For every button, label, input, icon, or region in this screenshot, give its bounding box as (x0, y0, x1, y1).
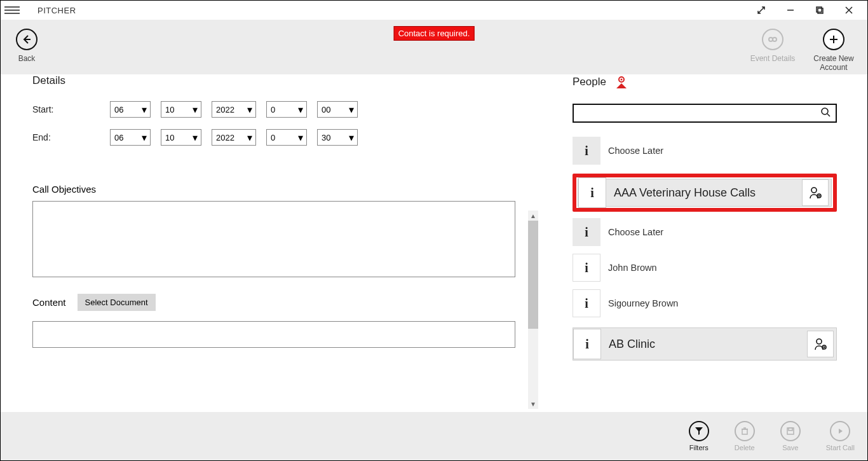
minimize-icon[interactable] (776, 1, 805, 20)
account-row[interactable]: i AB Clinic (573, 327, 837, 361)
add-person-button[interactable] (807, 331, 834, 357)
list-item[interactable]: i Sigourney Brown (573, 289, 837, 317)
list-item[interactable]: i Choose Later (573, 137, 837, 165)
end-hour-select[interactable] (266, 129, 307, 146)
person-plus-icon (813, 337, 827, 351)
info-icon[interactable]: i (573, 289, 600, 317)
call-objectives-label: Call Objectives (32, 184, 541, 195)
info-icon[interactable]: i (573, 254, 600, 282)
account-name: AB Clinic (609, 338, 807, 351)
call-objectives-textarea[interactable] (32, 201, 515, 277)
footer-toolbar: Filters Delete Save Start Call (1, 412, 867, 460)
window-title: PITCHER (37, 6, 76, 15)
filters-button[interactable]: Filters (689, 421, 709, 451)
delete-button: Delete (735, 421, 755, 451)
person-plus-icon (808, 186, 822, 200)
svg-point-10 (620, 79, 622, 81)
location-person-icon (614, 74, 629, 90)
start-minute-select[interactable] (317, 101, 358, 118)
maximize-icon[interactable] (805, 1, 834, 20)
start-year-select[interactable] (212, 101, 256, 118)
people-item-name: Choose Later (608, 227, 663, 237)
svg-rect-21 (742, 429, 747, 434)
info-icon[interactable]: i (573, 137, 600, 165)
top-toolbar: Back Contact is required. Event Details … (1, 20, 867, 74)
end-row: End: ▾ ▾ ▾ ▾ ▾ (32, 129, 541, 146)
svg-rect-25 (789, 428, 792, 430)
people-item-name: Choose Later (608, 146, 663, 156)
details-column: Details Start: ▾ ▾ ▾ ▾ ▾ End: ▾ ▾ ▾ ▾ ▾ … (1, 74, 541, 409)
start-day-select[interactable] (110, 101, 151, 118)
end-label: End: (32, 132, 110, 142)
scroll-up-icon[interactable]: ▲ (528, 210, 538, 221)
play-icon (830, 421, 850, 441)
delete-label: Delete (735, 444, 755, 451)
start-hour-select[interactable] (266, 101, 307, 118)
svg-rect-1 (817, 7, 822, 12)
select-document-button[interactable]: Select Document (78, 294, 156, 311)
create-new-account-button[interactable]: Create New Account (809, 29, 858, 72)
content-label: Content (32, 297, 66, 308)
window-titlebar: PITCHER (1, 1, 867, 20)
svg-point-17 (817, 339, 822, 344)
highlighted-account: i AAA Veterinary House Calls (573, 174, 837, 212)
link-icon (762, 29, 783, 50)
close-icon[interactable] (834, 1, 864, 20)
end-minute-select[interactable] (317, 129, 358, 146)
funnel-icon (689, 421, 709, 441)
scrollbar[interactable]: ▲ ▼ (528, 221, 538, 399)
hamburger-menu-icon[interactable] (4, 6, 20, 14)
error-banner: Contact is required. (394, 26, 475, 41)
end-day-select[interactable] (110, 129, 151, 146)
content-list-box[interactable] (32, 321, 515, 348)
arrow-left-icon (16, 29, 37, 50)
add-person-button[interactable] (802, 179, 829, 206)
start-call-label: Start Call (826, 444, 855, 451)
end-year-select[interactable] (212, 129, 256, 146)
info-icon[interactable]: i (573, 218, 600, 246)
end-month-select[interactable] (161, 129, 201, 146)
list-item[interactable]: i John Brown (573, 254, 837, 282)
people-header-text: People (573, 76, 606, 88)
main-area: Details Start: ▾ ▾ ▾ ▾ ▾ End: ▾ ▾ ▾ ▾ ▾ … (1, 74, 867, 409)
event-details-button: Event Details (748, 29, 797, 72)
filters-label: Filters (689, 444, 709, 451)
account-row[interactable]: i AAA Veterinary House Calls (578, 179, 832, 207)
save-icon (780, 421, 801, 441)
content-row: Content Select Document (32, 294, 541, 311)
back-button[interactable]: Back (10, 29, 44, 63)
scroll-down-icon[interactable]: ▼ (528, 399, 538, 409)
scrollbar-thumb[interactable] (528, 221, 538, 329)
svg-line-12 (827, 114, 830, 116)
save-button: Save (780, 421, 801, 451)
people-header: People (573, 74, 837, 90)
people-item-name: Sigourney Brown (608, 298, 678, 308)
trash-icon (735, 421, 755, 441)
plus-icon (823, 29, 844, 50)
back-label: Back (10, 54, 44, 63)
diagonal-expand-icon[interactable] (747, 1, 776, 20)
svg-point-6 (773, 38, 776, 41)
svg-point-11 (822, 108, 828, 114)
start-label: Start: (32, 104, 110, 114)
list-item[interactable]: i Choose Later (573, 218, 837, 246)
info-icon[interactable]: i (578, 177, 606, 208)
people-item-name: John Brown (608, 263, 657, 273)
people-search[interactable] (573, 104, 837, 123)
details-header: Details (32, 74, 541, 87)
save-label: Save (780, 444, 801, 451)
start-call-button: Start Call (826, 421, 855, 451)
search-icon (820, 107, 831, 120)
start-month-select[interactable] (161, 101, 201, 118)
start-row: Start: ▾ ▾ ▾ ▾ ▾ (32, 101, 541, 118)
svg-point-13 (811, 188, 817, 193)
event-details-label: Event Details (748, 54, 797, 63)
info-icon[interactable]: i (573, 329, 601, 359)
account-name: AAA Veterinary House Calls (614, 186, 802, 200)
create-new-account-label: Create New Account (809, 54, 858, 72)
svg-rect-2 (818, 8, 823, 13)
people-column: People i Choose Later i AAA Veterinary H… (541, 74, 867, 409)
people-search-input[interactable] (574, 105, 836, 121)
